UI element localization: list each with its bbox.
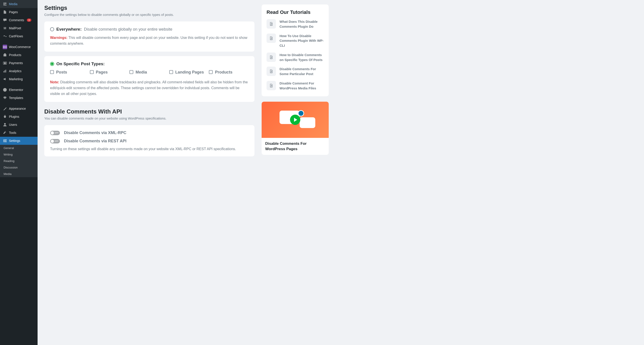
sidebar-item-label: Analytics (9, 69, 22, 73)
toggle-label: Disable Comments via XML-RPC (64, 130, 126, 135)
api-card: OFF Disable Comments via XML-RPC OFF Dis… (44, 125, 254, 156)
templates-icon (3, 96, 7, 100)
document-icon (266, 33, 276, 43)
toggle-xmlrpc[interactable]: OFF (50, 131, 60, 135)
settings-title: Settings (44, 4, 254, 11)
settings-desc: Configure the settings below to disable … (44, 13, 254, 16)
svg-point-10 (6, 139, 7, 140)
comments-badge: 3 (27, 18, 31, 22)
checkbox-posts[interactable] (50, 70, 54, 74)
svg-point-8 (4, 123, 6, 125)
checkbox-pages[interactable] (90, 70, 94, 74)
sidebar-item-analytics[interactable]: Analytics (0, 67, 38, 75)
svg-rect-5 (4, 70, 5, 72)
products-icon (3, 53, 7, 57)
sidebar-sub-reading[interactable]: Reading (0, 158, 38, 164)
sidebar-item-label: CartFlows (9, 34, 23, 38)
api-desc: You can disable comments made on your we… (44, 116, 254, 120)
sidebar-item-settings[interactable]: Settings (0, 137, 38, 145)
sidebar-item-woocommerce[interactable]: wooWooCommerce (0, 43, 38, 51)
cartflows-icon (3, 34, 7, 38)
document-icon (266, 81, 276, 90)
settings-icon (3, 139, 7, 143)
sidebar-item-tools[interactable]: Tools (0, 129, 38, 137)
checkbox-landing-pages[interactable] (169, 70, 173, 74)
sidebar-item-label: Settings (9, 139, 20, 143)
tutorial-label: What Does This Disable Comments Plugin D… (280, 19, 324, 29)
sidebar-item-payments[interactable]: $Payments (0, 59, 38, 67)
checkbox-media[interactable] (130, 70, 133, 74)
elementor-icon (3, 88, 7, 92)
svg-rect-1 (4, 53, 6, 54)
sidebar-item-pages[interactable]: Pages (0, 8, 38, 16)
document-icon (266, 19, 276, 28)
sidebar-item-plugins[interactable]: Plugins (0, 113, 38, 121)
everywhere-card: Everywhere: Disable comments globally on… (44, 21, 254, 52)
sidebar-item-label: Pages (9, 10, 18, 14)
tutorial-item[interactable]: Disable Comment For WordPress Media File… (266, 81, 324, 91)
video-thumbnail[interactable] (262, 102, 329, 138)
specific-card: On Specific Post Types: Posts Pages Medi… (44, 56, 254, 102)
tutorial-label: How to Disable Comments on Specific Type… (280, 52, 324, 62)
sidebar-sub-discussion[interactable]: Discussion (0, 164, 38, 171)
toggle-restapi[interactable]: OFF (50, 139, 60, 143)
appearance-icon (3, 106, 7, 111)
wordpress-icon (298, 110, 304, 116)
page-icon (3, 10, 7, 14)
tutorials-card: Read Our Tutorials What Does This Disabl… (262, 4, 329, 96)
tutorial-item[interactable]: How to Disable Comments on Specific Type… (266, 52, 324, 62)
tutorial-item[interactable]: Disable Comments For Some Particular Pos… (266, 67, 324, 76)
specific-label: On Specific Post Types: (56, 61, 105, 66)
analytics-icon (3, 69, 7, 73)
everywhere-label: Everywhere: (56, 27, 82, 31)
sidebar-item-templates[interactable]: Templates (0, 94, 38, 102)
svg-rect-11 (4, 141, 6, 141)
sidebar-item-media[interactable]: Media (0, 0, 38, 8)
sidebar-item-label: Plugins (9, 115, 19, 118)
sidebar-item-mailpoet[interactable]: MMailPoet (0, 24, 38, 32)
payments-icon: $ (3, 61, 7, 65)
video-card: Disable Comments For WordPress Pages (262, 102, 329, 155)
sidebar-item-marketing[interactable]: Marketing (0, 75, 38, 83)
checkbox-products[interactable] (209, 70, 213, 74)
sidebar-sub-media[interactable]: Media (0, 171, 38, 177)
everywhere-warning: Warnings: This will disable comments fro… (50, 35, 249, 46)
tools-icon (3, 130, 7, 135)
play-button[interactable] (290, 115, 300, 125)
tutorial-item[interactable]: What Does This Disable Comments Plugin D… (266, 19, 324, 29)
plugins-icon (3, 114, 7, 119)
sidebar-sub-general[interactable]: General (0, 145, 38, 151)
check-label: Landing Pages (175, 69, 204, 75)
sidebar-item-users[interactable]: Users (0, 121, 38, 129)
sidebar-item-elementor[interactable]: Elementor (0, 86, 38, 94)
sidebar-sub-writing[interactable]: Writing (0, 151, 38, 158)
sidebar-item-label: WooCommerce (9, 45, 31, 49)
api-note: Turning on these settings will disable a… (50, 147, 249, 151)
sidebar-item-label: Users (9, 123, 17, 126)
tutorial-label: Disable Comments For Some Particular Pos… (280, 67, 324, 76)
everywhere-radio[interactable] (50, 27, 54, 31)
media-icon (3, 2, 7, 6)
sidebar-item-cartflows[interactable]: CartFlows (0, 32, 38, 40)
sidebar-submenu: General Writing Reading Discussion Media (0, 145, 38, 177)
svg-point-14 (6, 141, 7, 142)
sidebar-item-label: Marketing (9, 77, 22, 81)
svg-rect-13 (3, 142, 6, 142)
toggle-label: Disable Comments via REST API (64, 139, 126, 143)
sidebar-item-comments[interactable]: Comments3 (0, 16, 38, 24)
api-title: Disable Comments With API (44, 108, 254, 115)
svg-point-7 (3, 88, 7, 92)
tutorials-title: Read Our Tutorials (266, 9, 324, 15)
specific-radio[interactable] (50, 62, 54, 66)
sidebar-item-label: MailPoet (9, 26, 21, 30)
sidebar-item-products[interactable]: Products (0, 51, 38, 59)
marketing-icon (3, 77, 7, 81)
tutorial-item[interactable]: How To Use Disable Comments Plugin With … (266, 33, 324, 48)
sidebar-item-label: Payments (9, 61, 23, 65)
everywhere-sublabel: Disable comments globally on your entire… (84, 27, 172, 31)
check-label: Media (136, 69, 147, 75)
document-icon (266, 67, 276, 76)
sidebar-item-appearance[interactable]: Appearance (0, 105, 38, 113)
check-label: Products (215, 69, 232, 75)
mailpoet-icon: M (3, 26, 7, 30)
